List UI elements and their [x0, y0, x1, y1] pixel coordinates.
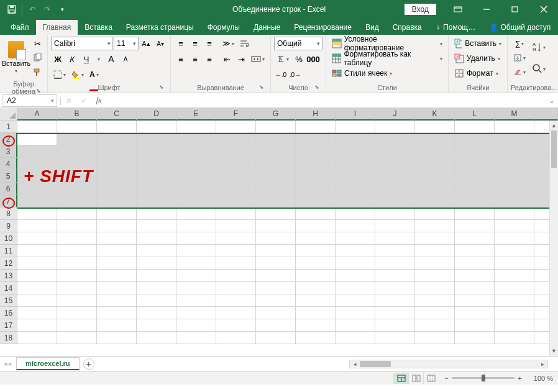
row-header-11[interactable]: 11	[0, 245, 17, 257]
cell-E4[interactable]	[176, 158, 216, 170]
cell-K1[interactable]	[415, 121, 455, 133]
cell-C4[interactable]	[97, 158, 137, 170]
cell-L3[interactable]	[455, 145, 495, 158]
cell-B13[interactable]	[57, 270, 97, 282]
cell-C3[interactable]	[97, 145, 137, 158]
format-painter-icon[interactable]	[30, 65, 44, 79]
cell-F13[interactable]	[216, 270, 256, 282]
tab-help[interactable]: Справка	[386, 20, 429, 35]
cell-C11[interactable]	[97, 245, 137, 257]
cell-D4[interactable]	[137, 158, 176, 170]
cell-M9[interactable]	[495, 220, 534, 232]
cell-B3[interactable]	[57, 145, 97, 158]
cell-G16[interactable]	[256, 307, 296, 319]
cell-M12[interactable]	[495, 257, 534, 270]
cell-E17[interactable]	[176, 319, 216, 332]
cell-C12[interactable]	[97, 257, 137, 270]
align-middle-icon[interactable]: ≡	[188, 37, 202, 50]
cell-L10[interactable]	[455, 232, 495, 245]
grow-font-icon[interactable]: A▴	[139, 37, 153, 50]
font-name-select[interactable]: Calibri	[51, 37, 113, 50]
cell-G12[interactable]	[256, 257, 296, 270]
col-header-H[interactable]: H	[296, 108, 336, 121]
vertical-scrollbar[interactable]: ▲ ▼	[549, 121, 558, 356]
tab-page-layout[interactable]: Разметка страницы	[119, 20, 201, 35]
cell-D2[interactable]	[137, 133, 176, 145]
zoom-slider[interactable]	[452, 377, 515, 379]
cell-A17[interactable]	[17, 319, 57, 332]
cell-H15[interactable]	[296, 294, 336, 307]
cell-M4[interactable]	[495, 158, 534, 170]
cell-G15[interactable]	[256, 294, 296, 307]
cell-M7[interactable]	[495, 195, 534, 207]
cell-F14[interactable]	[216, 282, 256, 294]
row-header-17[interactable]: 17	[0, 319, 17, 332]
login-button[interactable]: Вход	[405, 4, 436, 15]
clear-icon[interactable]	[511, 65, 528, 79]
cell-K9[interactable]	[415, 220, 455, 232]
col-header-E[interactable]: E	[176, 108, 216, 121]
cell-B14[interactable]	[57, 282, 97, 294]
minimize-icon[interactable]	[472, 0, 501, 19]
cell-H2[interactable]	[296, 133, 336, 145]
hscroll-thumb[interactable]	[360, 361, 391, 367]
row-header-16[interactable]: 16	[0, 307, 17, 319]
col-header-G[interactable]: G	[256, 108, 296, 121]
underline-button[interactable]: Ч	[80, 52, 93, 66]
cell-L6[interactable]	[455, 183, 495, 195]
row-header-18[interactable]: 18	[0, 332, 17, 344]
cell-A12[interactable]	[17, 257, 57, 270]
align-top-icon[interactable]: ≡	[174, 37, 188, 50]
row-header-5[interactable]: 5	[0, 170, 17, 183]
cell-K8[interactable]	[415, 207, 455, 220]
cell-H12[interactable]	[296, 257, 336, 270]
tab-data[interactable]: Данные	[247, 20, 287, 35]
paste-button[interactable]: Вставить ▾	[3, 37, 29, 78]
cell-C17[interactable]	[97, 319, 137, 332]
cell-F18[interactable]	[216, 332, 256, 344]
cell-I11[interactable]	[336, 245, 375, 257]
row-header-15[interactable]: 15	[0, 294, 17, 307]
insert-cells-button[interactable]: +Вставить	[452, 37, 504, 50]
cell-C18[interactable]	[97, 332, 137, 344]
cell-G4[interactable]	[256, 158, 296, 170]
horizontal-scrollbar[interactable]: ◂ ▸	[349, 360, 548, 368]
cell-M5[interactable]	[495, 170, 534, 183]
cell-F11[interactable]	[216, 245, 256, 257]
cell-E15[interactable]	[176, 294, 216, 307]
col-header-D[interactable]: D	[137, 108, 176, 121]
fx-icon[interactable]: fx	[91, 94, 106, 107]
cell-I13[interactable]	[336, 270, 375, 282]
qat-customize-icon[interactable]: ▾	[55, 2, 69, 16]
cell-I6[interactable]	[336, 183, 375, 195]
scroll-up-icon[interactable]: ▲	[550, 121, 558, 130]
cell-C15[interactable]	[97, 294, 137, 307]
close-icon[interactable]	[529, 0, 558, 19]
zoom-out-icon[interactable]: −	[444, 375, 448, 382]
cell-K17[interactable]	[415, 319, 455, 332]
cell-B10[interactable]	[57, 232, 97, 245]
cell-K4[interactable]	[415, 158, 455, 170]
cell-I10[interactable]	[336, 232, 375, 245]
cell-D7[interactable]	[137, 195, 176, 207]
cell-L18[interactable]	[455, 332, 495, 344]
find-select-icon[interactable]	[529, 58, 548, 80]
cell-F17[interactable]	[216, 319, 256, 332]
cell-C7[interactable]	[97, 195, 137, 207]
select-all-button[interactable]	[0, 108, 17, 121]
cell-H16[interactable]	[296, 307, 336, 319]
cell-K5[interactable]	[415, 170, 455, 183]
tab-home[interactable]: Главная	[36, 20, 78, 35]
align-center-icon[interactable]: ≡	[188, 52, 202, 66]
col-header-B[interactable]: B	[57, 108, 97, 121]
cell-C1[interactable]	[97, 121, 137, 133]
cell-H14[interactable]	[296, 282, 336, 294]
cell-F1[interactable]	[216, 121, 256, 133]
align-right-icon[interactable]: ≡	[203, 52, 216, 66]
row-header-9[interactable]: 9	[0, 220, 17, 232]
cell-K11[interactable]	[415, 245, 455, 257]
cell-I4[interactable]	[336, 158, 375, 170]
cell-L2[interactable]	[455, 133, 495, 145]
cell-M6[interactable]	[495, 183, 534, 195]
cell-M1[interactable]	[495, 121, 534, 133]
